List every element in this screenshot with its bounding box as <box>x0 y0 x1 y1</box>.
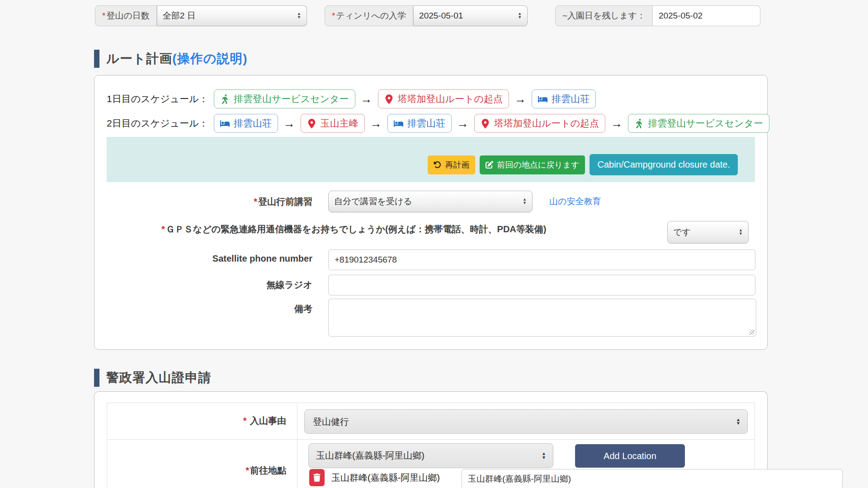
select-arrows-icon: ▲▼ <box>518 12 522 19</box>
entry-date-label: * ティンリへの入学 <box>325 5 413 26</box>
stop-tataka-trailhead[interactable]: 塔塔加登山ルートの起点 <box>474 114 605 133</box>
route-arrow: → <box>457 117 469 131</box>
mountain-safety-education-link[interactable]: 山の安全教育 <box>549 196 601 207</box>
route-plan-title: ルート計画(操作の説明) <box>106 50 248 67</box>
select-arrows-icon: ▲▼ <box>523 198 527 205</box>
entry-reason-label: * 入山事由 <box>107 415 286 427</box>
back-to-previous-point-button[interactable]: 前回の地点に戻ります <box>480 155 585 174</box>
select-arrows-icon: ▲▼ <box>542 452 546 460</box>
gps-label: *ＧＰＳなどの緊急連絡用通信機器をお持ちでしょうか(例えば：携帯電話、時計、PD… <box>161 223 546 235</box>
police-form-table: * 入山事由 登山健行 ▲▼ *前往地點 玉山群峰(嘉義縣-阿里山鄉) ▲▼ A… <box>107 403 755 488</box>
radio-label: 無線ラジオ <box>140 279 312 291</box>
bed-icon <box>538 94 547 104</box>
notes-label: 備考 <box>140 303 312 315</box>
route-arrow: → <box>361 92 373 106</box>
route-arrow: → <box>611 117 623 131</box>
field-group-entry-date: * ティンリへの入学 2025-05-01 ▲▼ <box>325 5 528 26</box>
stop-paiyun-lodge[interactable]: 排雲山荘 <box>387 114 452 133</box>
replan-button[interactable]: 再計画 <box>428 155 475 174</box>
route-plan-panel: 1日目のスケジュール： 排雲登山サービスセンター → 塔塔加登山ルートの起点 →… <box>94 75 768 350</box>
replan-buttons: 再計画 前回の地点に戻ります Cabin/Campground closure … <box>428 154 738 175</box>
closure-date-button[interactable]: Cabin/Campground closure date. <box>590 154 738 175</box>
map-pin-icon <box>481 119 490 128</box>
required-asterisk: * <box>332 11 335 21</box>
satellite-phone-input[interactable] <box>328 249 755 270</box>
police-permit-title: 警政署入山證申請 <box>106 369 211 386</box>
row-divider <box>107 439 755 440</box>
edit-icon <box>486 161 493 169</box>
map-pin-icon <box>384 94 394 104</box>
stop-paiyun-service-center[interactable]: 排雲登山サービスセンター <box>628 114 769 133</box>
delete-location-button[interactable] <box>309 469 325 486</box>
undo-icon <box>434 161 441 169</box>
stop-paiyun-service-center[interactable]: 排雲登山サービスセンター <box>214 89 355 108</box>
column-divider <box>297 403 297 488</box>
operation-help-link[interactable]: (操作の説明) <box>172 52 247 66</box>
add-location-button[interactable]: Add Location <box>575 444 685 468</box>
entry-date-select[interactable]: 2025-05-01 ▲▼ <box>413 5 528 26</box>
map-pin-icon <box>307 119 316 128</box>
day2-schedule-row: 2日目のスケジュール： 排雲山荘 → 玉山主峰 → 排雲山荘 → 塔塔加登山ルー… <box>107 113 769 133</box>
stop-tataka-trailhead[interactable]: 塔塔加登山ルートの起点 <box>378 89 509 108</box>
replan-info-box: 再計画 前回の地点に戻ります Cabin/Campground closure … <box>107 137 755 182</box>
select-arrows-icon: ▲▼ <box>736 418 741 426</box>
stop-paiyun-lodge[interactable]: 排雲山荘 <box>214 114 278 133</box>
route-arrow: → <box>514 92 526 106</box>
permit-application-page: * 登山の日数 全部2 日 ▲▼ * ティンリへの入学 2025-05-01 ▲… <box>0 0 868 488</box>
select-arrows-icon: ▲▼ <box>739 229 743 235</box>
climb-days-label: * 登山の日数 <box>95 5 157 26</box>
field-group-climb-days: * 登山の日数 全部2 日 ▲▼ <box>95 5 307 26</box>
route-arrow: → <box>283 117 295 131</box>
police-permit-panel: * 入山事由 登山健行 ▲▼ *前往地點 玉山群峰(嘉義縣-阿里山鄉) ▲▼ A… <box>94 391 768 488</box>
lecture-select[interactable]: 自分で講習を受ける ▲▼ <box>328 191 533 212</box>
destination-select[interactable]: 玉山群峰(嘉義縣-阿里山鄉) ▲▼ <box>308 443 553 468</box>
destination-label: *前往地點 <box>107 465 286 477</box>
resize-grip-icon[interactable] <box>749 329 755 335</box>
walk-icon <box>220 94 230 104</box>
leave-date-input[interactable] <box>653 5 760 26</box>
entry-reason-select[interactable]: 登山健行 ▲▼ <box>304 409 748 434</box>
lecture-label: *登山行前講習 <box>177 196 312 208</box>
notes-textarea[interactable] <box>328 299 756 337</box>
radio-input[interactable] <box>328 275 755 296</box>
day2-label: 2日目のスケジュール： <box>107 117 208 130</box>
satellite-phone-label: Satellite phone number <box>140 253 312 264</box>
trash-icon <box>313 474 321 482</box>
section-bar <box>94 369 99 387</box>
route-plan-header: ルート計画(操作の説明) <box>94 50 248 68</box>
select-arrows-icon: ▲▼ <box>297 12 301 19</box>
bed-icon <box>394 119 403 128</box>
location-item-input[interactable] <box>462 469 843 488</box>
stop-paiyun-lodge[interactable]: 排雲山荘 <box>532 89 596 108</box>
route-arrow: → <box>370 117 382 131</box>
field-group-leave-date: ~入園日を残します： <box>555 5 760 26</box>
location-item-name: 玉山群峰(嘉義縣-阿里山鄉) <box>331 472 440 484</box>
bed-icon <box>220 119 230 128</box>
gps-select[interactable]: です ▲▼ <box>667 221 749 244</box>
stop-yushan-main-peak[interactable]: 玉山主峰 <box>301 114 365 133</box>
day1-label: 1日目のスケジュール： <box>107 93 208 105</box>
required-asterisk: * <box>102 11 105 21</box>
police-permit-header: 警政署入山證申請 <box>94 369 211 387</box>
leave-date-label: ~入園日を残します： <box>555 5 653 26</box>
walk-icon <box>634 119 644 128</box>
day1-schedule-row: 1日目のスケジュール： 排雲登山サービスセンター → 塔塔加登山ルートの起点 →… <box>107 89 596 109</box>
climb-days-select[interactable]: 全部2 日 ▲▼ <box>157 5 307 26</box>
section-bar <box>94 50 99 68</box>
